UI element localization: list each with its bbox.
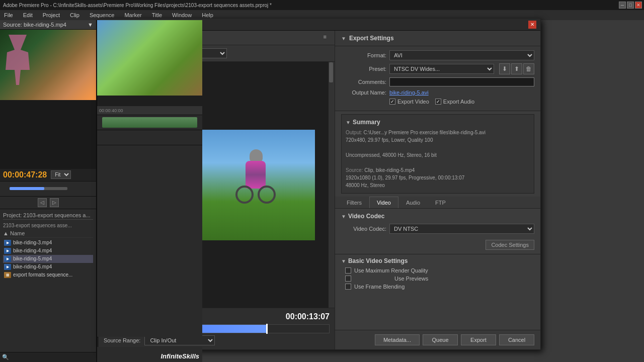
codec-dropdown[interactable]: DV NTSC [389,224,534,234]
list-item[interactable]: ▶ bike-riding-5.mp4 [3,255,93,263]
dialog-footer: Metadata... Queue Export Cancel [335,330,540,349]
export-audio-cb[interactable] [435,99,441,105]
summary-title: Summary [353,119,380,126]
export-video-checkbox[interactable]: Export Video [389,99,429,105]
summary-header: ▼ Summary [346,119,530,126]
title-bar: Adobe Premiere Pro - C:\InfiniteSkills-a… [0,0,644,10]
source-range-select[interactable]: Clip In/Out [144,335,215,345]
source-timeline[interactable] [0,181,96,196]
export-button[interactable]: Export [461,334,496,345]
window-controls[interactable]: ─ □ ✕ [619,2,642,9]
comments-label: Comments: [341,79,386,85]
list-item[interactable]: ▶ bike-riding-6.mp4 [3,263,93,271]
summary-section: ▼ Summary Output: C:\User...y Premiere P… [341,114,534,194]
format-dropdown[interactable]: AVI [389,50,534,60]
basic-video-settings-section: ▼ Basic Video Settings Use Maximum Rende… [335,254,540,293]
file-name: bike-riding-6.mp4 [13,264,52,269]
file-name: export formats sequence... [13,272,72,278]
source-audio: 48000 Hz, Stereo [346,183,385,188]
source-fit-dropdown[interactable]: Fit [51,170,71,179]
cancel-button[interactable]: Cancel [499,334,534,345]
menu-edit[interactable]: Edit [21,12,35,18]
scroll-thumb[interactable] [329,62,333,82]
video-codec-header: ▼ Video Codec [341,213,534,220]
menu-window[interactable]: Window [170,12,194,18]
video-codec-collapse-icon[interactable]: ▼ [341,214,346,219]
source-preview-image [0,30,96,100]
maximize-btn[interactable]: □ [627,2,634,9]
codec-row: Video Codec: DV NTSC [341,224,534,234]
summary-collapse-icon[interactable]: ▼ [346,120,351,125]
tab-ftp[interactable]: FTP [428,197,453,208]
preset-buttons: ⬇ ⬆ 🗑 [499,63,534,74]
preset-dropdown[interactable]: NTSC DV Wides... [389,64,494,74]
summary-content: Output: C:\User...y Premiere Pro exercis… [346,129,530,189]
source-menu-icon[interactable]: ▼ [88,22,93,28]
video-scroll-area[interactable] [329,62,335,308]
menu-project[interactable]: Project [41,12,62,18]
export-video-cb[interactable] [389,99,395,105]
name-column-header: ▲ Name [3,230,25,236]
watermark-area: InfiniteSkills [97,347,202,362]
codec-settings-button[interactable]: Codec Settings [486,240,534,250]
use-previews-checkbox[interactable]: Use Previews [345,276,534,282]
export-video-label: Export Video [397,99,429,105]
mark-out-btn[interactable]: ▷ [50,198,59,207]
project-panel: Project: 2103-export sequences a... 2103… [0,209,96,352]
mark-in-btn[interactable]: ◁ [38,198,47,207]
metadata-button[interactable]: Metadata... [375,334,420,345]
video-codec-section: ▼ Video Codec Video Codec: DV NTSC Codec… [335,209,540,254]
source-range-row: Source Range: Clip In/Out [104,335,330,345]
menu-marker[interactable]: Marker [122,12,143,18]
list-item[interactable]: ▶ bike-riding-3.mp4 [3,239,93,247]
menu-help[interactable]: Help [200,12,215,18]
max-render-quality-checkbox[interactable]: Use Maximum Render Quality [345,267,534,274]
output-summary-value: C:\User...y Premiere Pro exercise files\… [364,130,486,135]
minimize-btn[interactable]: ─ [619,2,626,9]
bike-figure [3,35,33,85]
export-audio-checkbox[interactable]: Export Audio [435,99,474,105]
right-preview-image [97,20,202,96]
timeline-ruler: 00:00:40:00 [97,106,202,115]
tab-menu-icon[interactable]: ≡ [319,31,331,45]
use-previews-cb[interactable] [345,276,351,282]
tab-video[interactable]: Video [369,197,398,208]
search-icon[interactable]: 🔍 [2,354,9,360]
app-body: Source: bike-riding-5.mp4 ▼ 00:00:47:28 … [0,20,644,362]
project-subtitle: 2103-export sequences asse... [3,222,93,229]
infinite-skills-logo: InfiniteSkills [160,352,199,360]
save-preset-btn[interactable]: ⬇ [499,63,510,74]
frame-blending-checkbox[interactable]: Use Frame Blending [345,284,534,290]
file-icon: ▶ [4,240,11,246]
folder-icon: ▦ [4,272,11,278]
tab-filters[interactable]: Filters [339,197,369,208]
rider-wheel-back [235,186,254,204]
close-btn[interactable]: ✕ [635,2,642,9]
menu-clip[interactable]: Clip [68,12,82,18]
basic-checkboxes: Use Maximum Render Quality Use Previews … [345,267,534,290]
right-preview [97,20,202,96]
max-render-quality-cb[interactable] [345,267,351,274]
basic-collapse-icon[interactable]: ▼ [341,258,346,264]
menu-title[interactable]: Title [150,12,164,18]
comments-row: Comments: [341,77,534,86]
timeline-clip[interactable] [102,117,197,128]
right-timeline: 00:00:40:00 [97,106,202,337]
collapse-icon[interactable]: ▼ [341,36,346,41]
use-previews-label: Use Previews [394,276,428,282]
menu-sequence[interactable]: Sequence [88,12,117,18]
frame-blending-cb[interactable] [345,284,351,290]
output-name-link[interactable]: bike-riding-5.avi [389,89,429,96]
manage-preset-btn[interactable]: ⬆ [511,63,522,74]
tab-audio[interactable]: Audio [398,197,428,208]
comments-input[interactable] [389,77,534,86]
list-item[interactable]: ▦ export formats sequence... [3,271,93,279]
dialog-close-button[interactable]: ✕ [528,21,536,29]
delete-preset-btn[interactable]: 🗑 [523,63,534,74]
file-icon: ▶ [4,256,11,262]
queue-button[interactable]: Queue [423,334,458,345]
source-summary-label: Source: [346,167,363,173]
export-settings-title: Export Settings [349,35,394,42]
menu-file[interactable]: File [2,12,15,18]
list-item[interactable]: ▶ bike-riding-4.mp4 [3,247,93,255]
